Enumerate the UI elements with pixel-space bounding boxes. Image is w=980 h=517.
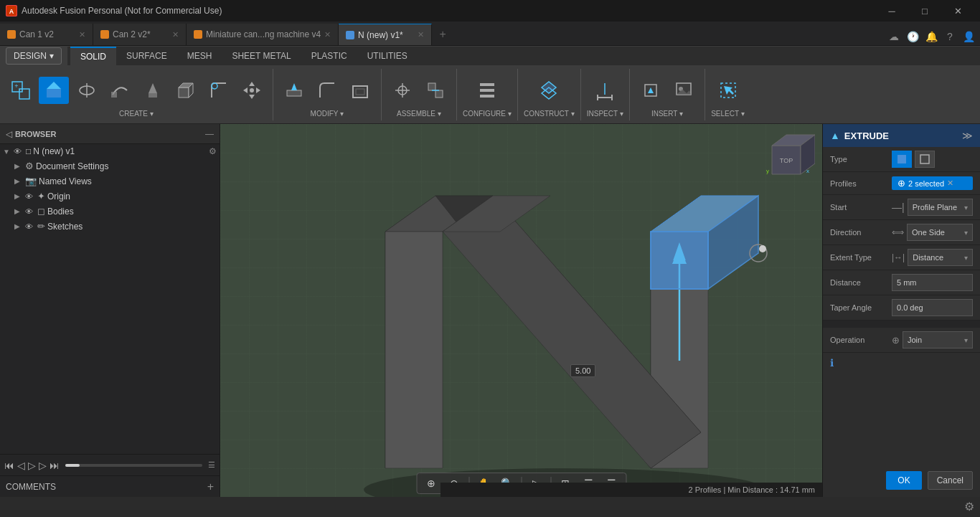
select-label[interactable]: SELECT ▾: [711, 110, 745, 118]
design-button[interactable]: DESIGN ▾: [6, 47, 62, 65]
box-button[interactable]: [171, 77, 201, 104]
profiles-control: ⊕ 2 selected ✕: [892, 176, 973, 190]
browser-item-bodies[interactable]: ▶ 👁 ◻ Bodies: [0, 204, 220, 219]
user-icon[interactable]: 👤: [960, 28, 977, 45]
panel-spacer: [823, 321, 980, 328]
ribbon-tab-sheetmetal[interactable]: SHEET METAL: [222, 47, 301, 65]
add-comment-button[interactable]: +: [207, 480, 214, 493]
browser-item-named-views[interactable]: ▶ 📷 Named Views: [0, 174, 220, 189]
ribbon-tab-utilities[interactable]: UTILITIES: [357, 47, 418, 65]
new-component-button[interactable]: +: [6, 77, 36, 104]
options-icon[interactable]: ⚙: [209, 146, 217, 156]
move-button[interactable]: [237, 77, 267, 104]
eye-icon[interactable]: 👁: [14, 147, 24, 156]
profiles-selected-badge[interactable]: ⊕ 2 selected ✕: [892, 176, 973, 190]
joint-button[interactable]: [387, 77, 418, 104]
tab-miniature[interactable]: Miniature can...ng machine v4 ✕: [187, 24, 339, 45]
loft-button[interactable]: [138, 77, 168, 104]
svg-marker-50: [385, 232, 443, 468]
insert-derive-button[interactable]: [636, 77, 666, 104]
timeline-track[interactable]: [65, 464, 202, 467]
canvas-button[interactable]: [669, 77, 699, 104]
select-button[interactable]: [713, 77, 743, 104]
tab-close-can2[interactable]: ✕: [172, 30, 179, 39]
direction-dropdown[interactable]: One Side ▾: [907, 224, 973, 241]
fillet2-button[interactable]: [312, 77, 342, 104]
type-solid-button[interactable]: [892, 151, 912, 168]
construct-chevron-icon: ▾: [571, 110, 575, 118]
timeline-settings-icon[interactable]: ☰: [208, 460, 215, 470]
assemble-label[interactable]: ASSEMBLE ▾: [397, 110, 441, 118]
as-built-joint-button[interactable]: [420, 77, 451, 104]
tab-can2v2[interactable]: Can 2 v2* ✕: [93, 24, 187, 45]
config-btn[interactable]: [472, 77, 502, 104]
tab-close-can1[interactable]: ✕: [79, 30, 85, 39]
eye-icon2[interactable]: 👁: [25, 192, 35, 201]
bell-icon[interactable]: 🔔: [923, 28, 940, 45]
tab-can1v2[interactable]: Can 1 v2 ✕: [0, 24, 93, 45]
maximize-button[interactable]: □: [908, 0, 941, 22]
insert-label[interactable]: INSERT ▾: [651, 110, 684, 118]
pb-play-icon[interactable]: ▷: [28, 460, 36, 471]
revolve-button[interactable]: [72, 77, 102, 104]
type-surface-button[interactable]: [915, 151, 935, 168]
browser-item-sketches[interactable]: ▶ 👁 ✏ Sketches: [0, 219, 220, 234]
svg-marker-46: [724, 86, 734, 95]
tab-close-n[interactable]: ✕: [418, 30, 424, 39]
start-dropdown[interactable]: Profile Plane ▾: [908, 199, 973, 216]
start-row: Start —| Profile Plane ▾: [823, 195, 980, 220]
offset-plane-button[interactable]: [534, 77, 564, 104]
navigation-cube[interactable]: TOP x y: [758, 131, 815, 189]
ok-button[interactable]: OK: [886, 471, 921, 490]
pb-prev-icon[interactable]: ◁: [17, 460, 25, 471]
ribbon-tab-surface[interactable]: SURFACE: [116, 47, 177, 65]
cancel-button[interactable]: Cancel: [928, 471, 973, 490]
operation-dropdown[interactable]: Join ▾: [903, 331, 973, 348]
settings-button[interactable]: ⚙: [958, 495, 980, 517]
ribbon-tab-solid[interactable]: SOLID: [70, 47, 116, 65]
construct-label[interactable]: CONSTRUCT ▾: [524, 110, 575, 118]
browser-back-icon[interactable]: ◁: [6, 129, 12, 139]
configure-label[interactable]: CONFIGURE ▾: [463, 110, 512, 118]
ribbon-tab-mesh[interactable]: MESH: [177, 47, 222, 65]
browser-collapse-icon[interactable]: —: [205, 129, 214, 139]
cloud-icon[interactable]: ☁: [885, 28, 903, 45]
close-button[interactable]: ✕: [941, 0, 974, 22]
tab-n-new[interactable]: N (new) v1* ✕: [339, 24, 432, 45]
shell-button[interactable]: [345, 77, 375, 104]
pb-first-icon[interactable]: ⏮: [4, 460, 14, 471]
modify-label[interactable]: MODIFY ▾: [311, 110, 344, 118]
measure-button[interactable]: [590, 77, 620, 104]
distance-input[interactable]: 5 mm: [892, 274, 973, 291]
sweep-button[interactable]: [105, 77, 135, 104]
tab-icon: [194, 30, 202, 39]
tab-close-miniature[interactable]: ✕: [324, 30, 331, 39]
ribbon-tab-plastic[interactable]: PLASTIC: [301, 47, 357, 65]
window-controls[interactable]: ─ □ ✕: [875, 0, 974, 22]
panel-expand-icon[interactable]: ≫: [962, 130, 973, 141]
profiles-clear-button[interactable]: ✕: [947, 179, 953, 188]
sweep-icon: [108, 79, 131, 102]
minimize-button[interactable]: ─: [875, 0, 908, 22]
inspect-label[interactable]: INSPECT ▾: [587, 110, 623, 118]
fillet-button[interactable]: [204, 77, 234, 104]
browser-item-origin[interactable]: ▶ 👁 ✦ Origin: [0, 189, 220, 204]
pb-next-icon[interactable]: ▷: [39, 460, 47, 471]
extrude-button[interactable]: [39, 77, 69, 104]
pb-last-icon[interactable]: ⏭: [50, 460, 60, 471]
taper-angle-input[interactable]: 0.0 deg: [892, 299, 973, 316]
eye-icon4[interactable]: 👁: [25, 222, 35, 231]
create-label[interactable]: CREATE ▾: [119, 110, 154, 118]
svg-rect-5: [47, 89, 61, 98]
clock-icon[interactable]: 🕐: [904, 28, 921, 45]
help-icon[interactable]: ?: [941, 28, 958, 45]
orbit-button[interactable]: ⊕: [421, 475, 441, 492]
press-pull-button[interactable]: [279, 77, 309, 104]
eye-icon3[interactable]: 👁: [25, 207, 35, 216]
browser-item-root[interactable]: ▼ 👁 □ N (new) v1 ⚙: [0, 144, 220, 158]
extent-type-dropdown[interactable]: Distance ▾: [908, 249, 973, 266]
svg-rect-72: [920, 155, 929, 163]
browser-item-doc-settings[interactable]: ▶ ⚙ Document Settings: [0, 158, 220, 174]
add-tab-button[interactable]: +: [432, 24, 453, 45]
viewport[interactable]: 5.00 n ⋮ TOP x y ⊕ ⊙: [220, 124, 822, 497]
